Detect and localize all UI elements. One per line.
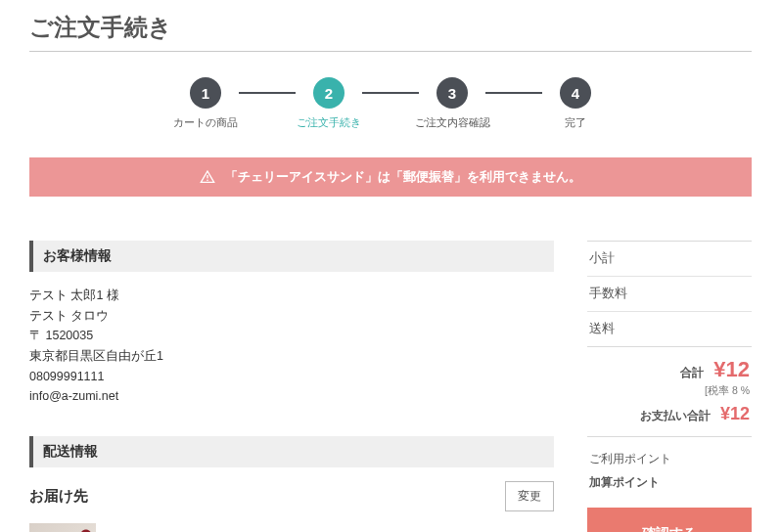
step-3: 3 ご注文内容確認: [419, 77, 485, 130]
page-title: ご注文手続き: [29, 12, 752, 52]
customer-heading: お客様情報: [29, 241, 554, 272]
shipping-row: 送料: [587, 312, 752, 347]
step-connector: [362, 92, 419, 94]
total-value: ¥12: [713, 357, 750, 382]
points-box: ご利用ポイント 加算ポイント: [587, 437, 752, 504]
delivery-sub-heading: お届け先: [29, 487, 88, 506]
point-use-label: ご利用ポイント: [589, 447, 750, 470]
step-connector: [485, 92, 542, 94]
step-3-label: ご注文内容確認: [415, 116, 490, 130]
delivery-heading: 配送情報: [29, 436, 554, 467]
step-connector: [239, 92, 296, 94]
step-1: 1 カートの商品: [172, 77, 239, 130]
tax-note: [税率 8 %: [705, 384, 750, 398]
subtotal-label: 小計: [589, 250, 615, 267]
customer-info: テスト 太郎1 様 テスト タロウ 〒 1520035 東京都目黒区自由が丘1 …: [29, 286, 554, 407]
warning-icon: [200, 169, 215, 185]
fee-row: 手数料: [587, 277, 752, 312]
step-2-label: ご注文手続き: [297, 116, 361, 130]
alert-banner: 「チェリーアイスサンド」は「郵便振替」を利用できません。: [29, 157, 752, 197]
customer-email: info@a-zumi.net: [29, 386, 554, 407]
left-column: お客様情報 テスト 太郎1 様 テスト タロウ 〒 1520035 東京都目黒区…: [29, 241, 554, 532]
step-4-label: 完了: [565, 116, 586, 130]
product-thumbnail: [29, 523, 96, 532]
pay-label: お支払い合計: [640, 408, 711, 424]
customer-address: 東京都目黒区自由が丘1: [29, 346, 554, 367]
total-label: 合計: [680, 365, 704, 381]
customer-kana: テスト タロウ: [29, 306, 554, 327]
step-2-bubble: 2: [313, 77, 345, 109]
change-button[interactable]: 変更: [505, 481, 554, 511]
svg-rect-0: [207, 175, 207, 178]
point-add-label: 加算ポイント: [589, 470, 750, 494]
customer-name: テスト 太郎1 様: [29, 286, 554, 306]
step-1-label: カートの商品: [173, 116, 238, 130]
step-2: 2 ご注文手続き: [296, 77, 362, 130]
step-4-bubble: 4: [560, 77, 591, 109]
customer-tel: 08099991111: [29, 367, 554, 387]
subtotal-row: 小計: [587, 242, 752, 277]
progress-steps: 1 カートの商品 2 ご注文手続き 3 ご注文内容確認 4 完了: [29, 77, 752, 130]
step-3-bubble: 3: [436, 77, 468, 109]
step-4: 4 完了: [542, 77, 609, 130]
summary-column: 小計 手数料 送料 合計 ¥12 [税率 8 % お支払い: [587, 241, 752, 532]
customer-postal: 〒 1520035: [29, 326, 554, 346]
fee-label: 手数料: [589, 286, 627, 302]
step-1-bubble: 1: [190, 77, 221, 109]
pay-value: ¥12: [720, 404, 750, 424]
alert-text: 「チェリーアイスサンド」は「郵便振替」を利用できません。: [225, 168, 581, 186]
shipping-label: 送料: [589, 321, 615, 337]
total-box: 合計 ¥12 [税率 8 % お支払い合計 ¥12: [587, 346, 752, 437]
svg-rect-1: [207, 180, 207, 181]
confirm-button[interactable]: 確認する: [587, 508, 752, 532]
